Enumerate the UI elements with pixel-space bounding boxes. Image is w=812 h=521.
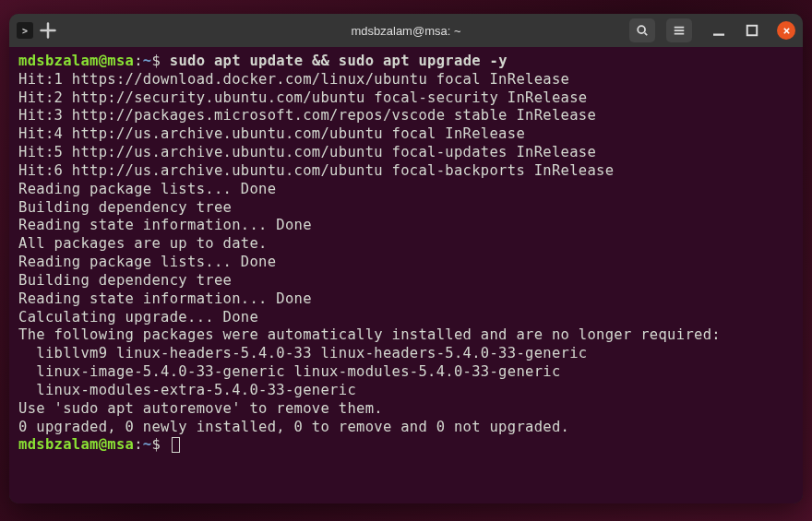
- output-line: Hit:3 http://packages.microsoft.com/repo…: [18, 107, 794, 125]
- search-button[interactable]: [629, 18, 655, 42]
- output-line: Hit:4 http://us.archive.ubuntu.com/ubunt…: [18, 125, 794, 144]
- plus-icon: [39, 21, 57, 40]
- output-line: libllvm9 linux-headers-5.4.0-33 linux-he…: [18, 345, 794, 363]
- hamburger-menu-button[interactable]: [666, 18, 692, 42]
- output-line: 0 upgraded, 0 newly installed, 0 to remo…: [18, 419, 794, 437]
- prompt-symbol: $: [152, 436, 161, 453]
- window-controls: [710, 21, 795, 40]
- output-line: Use 'sudo apt autoremove' to remove them…: [18, 400, 794, 419]
- prompt-user-host: mdsbzalam@msa: [18, 436, 134, 453]
- output-line: The following packages were automaticall…: [18, 326, 794, 345]
- terminal-window: mdsbzalam@msa: ~ mdsbzalam@msa:~: [9, 14, 803, 503]
- output-line: Building dependency tree: [18, 272, 794, 290]
- output-container: Hit:1 https://download.docker.com/linux/…: [18, 71, 794, 437]
- output-line: Reading package lists... Done: [18, 254, 794, 272]
- output-line: Hit:5 http://us.archive.ubuntu.com/ubunt…: [18, 144, 794, 162]
- output-line: Reading state information... Done: [18, 217, 794, 235]
- maximize-button[interactable]: [744, 22, 760, 39]
- terminal-app-icon: [17, 22, 33, 39]
- output-line: Calculating upgrade... Done: [18, 309, 794, 327]
- output-line: Hit:1 https://download.docker.com/linux/…: [18, 71, 794, 89]
- hamburger-icon: [673, 24, 686, 37]
- window-title: mdsbzalam@msa: ~: [351, 24, 460, 38]
- output-line: linux-modules-extra-5.4.0-33-generic: [18, 382, 794, 400]
- prompt-path: ~: [143, 53, 152, 69]
- prompt-user-host: mdsbzalam@msa: [18, 53, 134, 69]
- terminal-body[interactable]: mdsbzalam@msa:~$ sudo apt update && sudo…: [9, 47, 803, 503]
- titlebar: mdsbzalam@msa: ~: [9, 14, 803, 47]
- titlebar-left: [17, 21, 57, 40]
- output-line: Reading package lists... Done: [18, 181, 794, 199]
- close-button[interactable]: [777, 21, 795, 40]
- output-line: linux-image-5.4.0-33-generic linux-modul…: [18, 363, 794, 382]
- svg-line-1: [645, 33, 648, 36]
- prompt-path: ~: [143, 436, 152, 453]
- output-line: Hit:2 http://security.ubuntu.com/ubuntu …: [18, 89, 794, 108]
- prompt-symbol: $: [152, 53, 161, 69]
- titlebar-right: [629, 18, 795, 42]
- prompt-line-1: mdsbzalam@msa:~$ sudo apt update && sudo…: [18, 53, 794, 71]
- close-icon: [782, 27, 791, 35]
- svg-rect-6: [747, 26, 758, 36]
- minimize-icon: [710, 22, 727, 39]
- output-line: All packages are up to date.: [18, 235, 794, 254]
- output-line: Building dependency tree: [18, 199, 794, 218]
- svg-point-0: [638, 26, 645, 33]
- maximize-icon: [744, 22, 760, 39]
- output-line: Hit:6 http://us.archive.ubuntu.com/ubunt…: [18, 162, 794, 181]
- cursor: [172, 437, 180, 453]
- output-line: Reading state information... Done: [18, 290, 794, 309]
- new-tab-button[interactable]: [39, 21, 57, 40]
- command-text: sudo apt update && sudo apt upgrade -y: [170, 53, 508, 69]
- minimize-button[interactable]: [710, 22, 727, 39]
- search-icon: [636, 24, 649, 37]
- prompt-line-2: mdsbzalam@msa:~$: [18, 436, 794, 455]
